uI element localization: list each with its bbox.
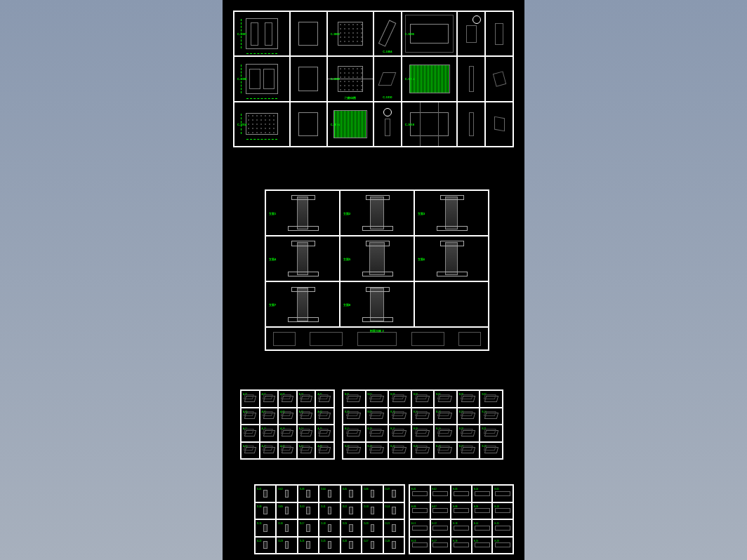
mini-drawing bbox=[392, 507, 396, 514]
mini-cell: A-16 bbox=[241, 442, 260, 460]
label-e7: 立面7 bbox=[269, 302, 276, 306]
mini-drawing bbox=[263, 490, 267, 498]
mini-cell: B-01 bbox=[343, 390, 366, 408]
mini-drawing bbox=[263, 430, 275, 436]
cell-c1005: C-1005 bbox=[402, 11, 458, 56]
elev-9 bbox=[414, 281, 489, 327]
mini-cell: A-14 bbox=[297, 425, 316, 442]
mini-cell: D-21 bbox=[383, 519, 404, 537]
mini-drawing bbox=[484, 430, 498, 436]
mini-cell: B-04 bbox=[411, 390, 435, 408]
mini-drawing bbox=[244, 447, 256, 453]
mini-cell: D-15 bbox=[255, 519, 276, 537]
mini-label: E-14 bbox=[474, 522, 478, 525]
mini-drawing bbox=[461, 430, 476, 436]
det-5 bbox=[458, 332, 481, 346]
mini-drawing bbox=[263, 447, 275, 453]
cad-drawing-sheet: C-1001 C-1003 C-1004 C-1005 C-1008 C-100… bbox=[223, 0, 524, 560]
mini-cell: E-13 bbox=[451, 519, 472, 537]
mini-drawing bbox=[282, 447, 293, 453]
mini-drawing bbox=[392, 413, 407, 419]
mini-cell: B-15 bbox=[343, 425, 366, 442]
mini-drawing bbox=[475, 526, 490, 531]
mini-drawing bbox=[319, 430, 331, 436]
mini-cell: A-19 bbox=[297, 442, 316, 460]
mini-cell: B-19 bbox=[434, 425, 457, 442]
mini-drawing bbox=[263, 396, 275, 402]
mini-drawing bbox=[328, 541, 332, 549]
mini-cell: D-24 bbox=[298, 537, 319, 554]
mini-drawing bbox=[432, 526, 448, 531]
mini-cell: D-25 bbox=[319, 537, 340, 554]
mini-label: D-15 bbox=[257, 522, 262, 525]
mini-cell: B-20 bbox=[457, 425, 480, 442]
mini-drawing bbox=[432, 491, 448, 496]
mini-cell: B-06 bbox=[457, 390, 480, 408]
label-c1017: C-1016 bbox=[331, 122, 340, 126]
mini-label: D-27 bbox=[364, 540, 369, 542]
mini-cell: E-05 bbox=[492, 485, 513, 502]
mini-cell: D-04 bbox=[319, 485, 340, 502]
mini-label: E-02 bbox=[432, 488, 437, 491]
mini-cell: A-15 bbox=[315, 425, 334, 442]
mini-drawing bbox=[263, 524, 267, 532]
mini-drawing bbox=[461, 413, 476, 419]
mini-cell: E-01 bbox=[409, 485, 430, 502]
mini-drawing bbox=[328, 507, 332, 514]
section-detail-row: 剖面大样 2 bbox=[265, 327, 489, 350]
mini-cell: B-07 bbox=[480, 390, 503, 408]
mini-drawing bbox=[285, 541, 289, 549]
mini-label: D-19 bbox=[343, 522, 348, 525]
mini-label: D-06 bbox=[364, 488, 369, 491]
mini-drawing bbox=[412, 526, 428, 531]
cell-c1012: C-1011 bbox=[402, 56, 458, 101]
mini-cell: A-06 bbox=[241, 408, 260, 425]
mini-label: D-24 bbox=[300, 540, 305, 542]
cell-c1014 bbox=[485, 56, 513, 101]
mini-cell: E-19 bbox=[472, 537, 493, 554]
mini-drawing bbox=[392, 541, 396, 549]
mini-cell: B-03 bbox=[388, 390, 411, 408]
section-4b: E-01E-02E-03E-04E-05E-06E-07E-08E-09E-10… bbox=[409, 484, 514, 554]
mini-label: E-11 bbox=[411, 522, 416, 525]
mini-drawing bbox=[495, 491, 510, 496]
mini-cell: E-03 bbox=[451, 485, 472, 502]
mini-cell: E-08 bbox=[451, 502, 472, 520]
mini-label: E-15 bbox=[494, 522, 498, 525]
mini-drawing bbox=[347, 413, 362, 419]
label-detail: 门窗详图 bbox=[345, 96, 356, 100]
mini-cell: B-24 bbox=[388, 442, 411, 460]
mini-label: D-05 bbox=[343, 488, 348, 491]
label-e5: 立面5 bbox=[343, 257, 350, 260]
mini-label: D-09 bbox=[278, 505, 283, 508]
mini-drawing bbox=[349, 507, 353, 514]
mini-drawing bbox=[432, 508, 448, 513]
mini-cell: A-11 bbox=[241, 425, 260, 442]
mini-drawing bbox=[461, 396, 476, 402]
mini-drawing bbox=[495, 542, 510, 547]
mini-label: E-10 bbox=[494, 505, 498, 508]
elev-7: 立面7 bbox=[265, 281, 340, 327]
mini-label: E-20 bbox=[494, 540, 498, 542]
label-c1012: C-1011 bbox=[405, 77, 414, 81]
mini-drawing bbox=[392, 396, 407, 402]
mini-drawing bbox=[416, 413, 430, 419]
cell-c1008: C-1008 bbox=[234, 56, 290, 101]
mini-drawing bbox=[475, 491, 490, 496]
mini-label: D-16 bbox=[278, 522, 283, 525]
mini-cell: D-07 bbox=[383, 485, 404, 502]
mini-drawing bbox=[392, 430, 407, 436]
mini-label: E-07 bbox=[432, 505, 437, 508]
mini-drawing bbox=[282, 430, 293, 436]
mini-drawing bbox=[300, 413, 312, 419]
mini-cell: E-11 bbox=[409, 519, 430, 537]
mini-drawing bbox=[349, 541, 353, 549]
label-section-detail: 剖面大样 2 bbox=[370, 329, 383, 333]
label-c1010: C-1009 bbox=[331, 77, 340, 81]
mini-drawing bbox=[263, 541, 267, 549]
mini-cell: A-07 bbox=[260, 408, 279, 425]
mini-cell: E-07 bbox=[430, 502, 451, 520]
mini-drawing bbox=[306, 507, 310, 514]
mini-drawing bbox=[438, 447, 453, 453]
mini-cell: E-06 bbox=[409, 502, 430, 520]
